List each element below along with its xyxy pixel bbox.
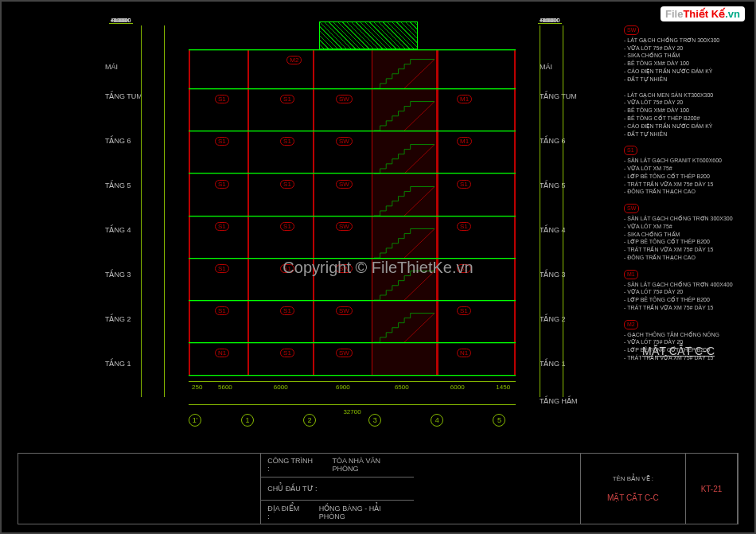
watermark: Copyright © FileThietKe.vn bbox=[283, 258, 473, 276]
note-line: - SIKA CHỐNG THẤM bbox=[624, 231, 743, 239]
slab bbox=[189, 88, 516, 92]
int-wall bbox=[247, 49, 249, 375]
stair-flight bbox=[374, 56, 435, 91]
slab bbox=[189, 131, 516, 134]
room-tag: S1 bbox=[280, 349, 294, 357]
room-tag: SW bbox=[336, 95, 353, 103]
tb-label: CÔNG TRÌNH : bbox=[267, 457, 316, 473]
grid-bubble: 4 bbox=[431, 414, 443, 427]
dim: 6500 bbox=[395, 384, 409, 391]
stair-flight bbox=[374, 183, 435, 218]
dim: 6900 bbox=[336, 384, 350, 391]
material-notes: SW- LÁT GẠCH CHỐNG TRƠN 300X300- VỮA LÓT… bbox=[624, 25, 743, 370]
room-tag: S1 bbox=[280, 222, 294, 231]
note-line: - LÁT GẠCH MEN SÁN KT300X300 bbox=[624, 92, 743, 99]
room-tag: S1 bbox=[215, 222, 229, 231]
tb-value: HỒNG BÀNG - HẢI PHÒNG bbox=[319, 505, 408, 520]
slab bbox=[189, 49, 516, 53]
note-line: - LỚP BÊ TÔNG CỐT THÉP B200 bbox=[624, 238, 743, 246]
room-tag: SW bbox=[336, 222, 353, 231]
note-line: - ĐẤT TỰ NHIÊN bbox=[624, 131, 743, 138]
tb-label: TÊN BẢN VẼ : bbox=[613, 475, 653, 482]
overall-dim: 32700 bbox=[343, 408, 360, 415]
room-tag: SW bbox=[336, 306, 353, 315]
slab bbox=[189, 173, 516, 176]
tb-value: TÒA NHÀ VĂN PHÒNG bbox=[332, 457, 407, 473]
level-label: TẦNG 4 bbox=[105, 226, 131, 234]
room-tag: S1 bbox=[457, 222, 471, 231]
note-line: - LỚP BÊ TÔNG CỐT THÉP B200 bbox=[624, 173, 743, 181]
note-line: - VỮA LÓT 75# DÀY 20 bbox=[624, 45, 743, 53]
stair-flight bbox=[374, 141, 435, 176]
note-line: - BÊ TÔNG CỐT THÉP B200# bbox=[624, 115, 743, 123]
ext-wall-right bbox=[514, 49, 516, 375]
note-line: - CÁO ĐIỆN TRẦN NƯỚC ĐÁM KỲ bbox=[624, 68, 743, 76]
sheet-number: KT-21 bbox=[686, 454, 738, 524]
room-tag: N1 bbox=[457, 349, 471, 357]
ext-wall-left bbox=[189, 49, 190, 375]
elev: -3.000 bbox=[538, 18, 557, 24]
dim-column-left bbox=[141, 25, 165, 397]
dim: 6000 bbox=[450, 384, 465, 391]
dim: 1450 bbox=[496, 384, 510, 391]
grid-bubble: 1 bbox=[241, 414, 254, 427]
room-tag: S1 bbox=[457, 180, 471, 189]
room-tag: S1 bbox=[215, 95, 229, 103]
level-label: TẦNG HẦM bbox=[540, 397, 578, 405]
room-tag: SW bbox=[336, 180, 353, 189]
note-line: - VỮA LÓT XM 75# bbox=[624, 165, 743, 173]
slab bbox=[189, 216, 516, 219]
note-line: - ĐÔNG TRẦN THẠCH CAO bbox=[624, 254, 743, 262]
grid-bubble: 2 bbox=[303, 414, 316, 427]
level-label: TẦNG 1 bbox=[105, 360, 131, 368]
grid-bubble: 1' bbox=[189, 414, 201, 427]
room-tag: S1 bbox=[280, 306, 294, 315]
room-tag: S1 bbox=[280, 137, 294, 146]
note-line: - VỮA LÓT 75# DÀY 20 bbox=[624, 288, 743, 296]
room-tag: S1 bbox=[215, 137, 229, 146]
grid-bubble: 5 bbox=[493, 414, 505, 427]
building-section: M2 S1S1SWM1S1S1SWM1S1S1SWS1S1S1SWS1S1S1S… bbox=[189, 49, 516, 375]
note-block: S1- SÀN LÁT GẠCH GRANIT KT600X600- VỮA L… bbox=[624, 146, 743, 196]
room-tag: N1 bbox=[215, 349, 229, 357]
stair-flight bbox=[374, 310, 435, 345]
horiz-dims: 250 5600 6000 6900 6500 6000 1450 32700 … bbox=[189, 381, 516, 405]
note-line: - VỮA LÓT 75# DÀY 20 bbox=[624, 99, 743, 107]
level-label: MÁI bbox=[105, 63, 118, 71]
note-line: - BÊ TÔNG XM# DÀY 100 bbox=[624, 107, 743, 115]
level-label: TẦNG 5 bbox=[105, 181, 131, 189]
room-tag: S1 bbox=[457, 306, 471, 315]
tb-label: CHỦ ĐẦU TƯ : bbox=[267, 485, 317, 493]
level-label: TẦNG 6 bbox=[105, 137, 131, 145]
note-line: - TRÁT TRẦN VỮA XM 75# DÀY 15 bbox=[624, 246, 743, 254]
sheet-title: MẶT CẮT C-C bbox=[607, 493, 659, 502]
stair-flight bbox=[374, 225, 435, 260]
room-tag: S1 bbox=[280, 95, 294, 103]
note-line: - VỮA LÓT 75# DÀY 20 bbox=[624, 338, 743, 346]
note-tag: SW bbox=[624, 25, 639, 35]
room-tag: SW bbox=[336, 349, 353, 357]
cad-viewport[interactable]: FileThiết Kế.vn MÁI TẦNG TUM TẦNG 6 TẦNG… bbox=[0, 0, 756, 534]
note-tag: M1 bbox=[624, 270, 638, 279]
stairwell bbox=[372, 49, 437, 375]
elev: -3.000 bbox=[109, 18, 128, 24]
stair-flight bbox=[374, 98, 435, 133]
dim: 6000 bbox=[274, 384, 288, 391]
note-line: - BÊ TÔNG XM# DÀY 100 bbox=[624, 60, 743, 68]
dim-column-right bbox=[540, 25, 563, 397]
room-tag: S1 bbox=[280, 180, 294, 189]
note-block: M2- GẠCH THÔNG TÂM CHỐNG NÓNG- VỮA LÓT 7… bbox=[624, 320, 743, 362]
level-label: TẦNG 2 bbox=[105, 315, 131, 323]
note-tag: M2 bbox=[624, 320, 638, 329]
note-line: - VỮA LÓT XM 75# bbox=[624, 223, 743, 231]
note-block: SW- SÀN LÁT GẠCH CHỐNG TRƠN 300X300- VỮA… bbox=[624, 204, 743, 262]
note-block: - LÁT GẠCH MEN SÁN KT300X300- VỮA LÓT 75… bbox=[624, 92, 743, 138]
note-line: - TRÁT TRẦN VỮA XM 75# DÀY 15 bbox=[624, 181, 743, 189]
slab bbox=[189, 375, 516, 378]
dim: 250 bbox=[192, 384, 202, 391]
level-labels-left: MÁI TẦNG TUM TẦNG 6 TẦNG 5 TẦNG 4 TẦNG 3… bbox=[49, 25, 105, 397]
note-line: - TRÁT TRẦN VỮA XM 75# DÀY 15 bbox=[624, 304, 743, 312]
dim: 5600 bbox=[218, 384, 232, 391]
room-tag: M2 bbox=[286, 56, 302, 64]
note-line: - SÀN LÁT GẠCH CHỐNG TRƠN 300X300 bbox=[624, 215, 743, 223]
